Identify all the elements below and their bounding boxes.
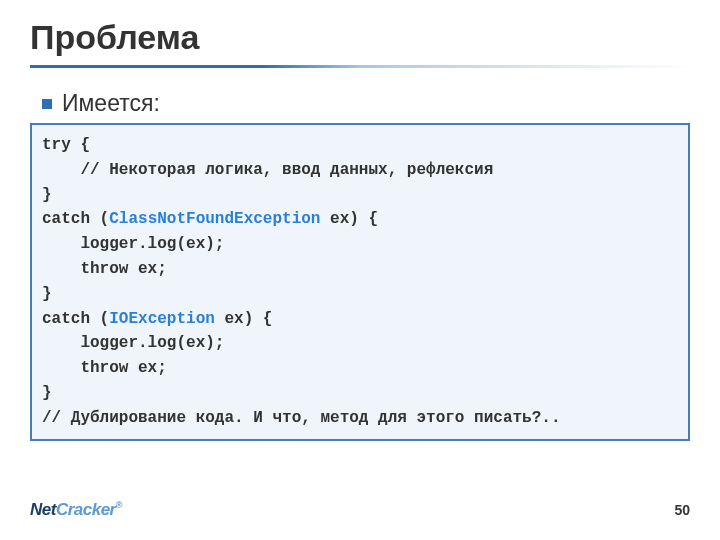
code-line: // Дублирование кода. И что, метод для э… (42, 409, 560, 427)
code-type: IOException (109, 310, 215, 328)
code-line: ex) { (320, 210, 378, 228)
bullet-icon (42, 99, 52, 109)
slide: Проблема Имеется: try { // Некоторая лог… (0, 0, 720, 540)
code-line: // Некоторая логика, ввод данных, рефлек… (42, 161, 493, 179)
code-block: try { // Некоторая логика, ввод данных, … (30, 123, 690, 441)
code-line: throw ex; (42, 359, 167, 377)
code-line: logger.log(ex); (42, 334, 224, 352)
code-line: } (42, 186, 52, 204)
divider (30, 65, 695, 68)
code-line: catch ( (42, 310, 109, 328)
code-type: ClassNotFoundException (109, 210, 320, 228)
logo: NetCracker® (30, 500, 122, 520)
code-line: throw ex; (42, 260, 167, 278)
code-line: } (42, 285, 52, 303)
code-line: ex) { (215, 310, 273, 328)
logo-net: Net (30, 500, 56, 519)
footer: NetCracker® 50 (30, 500, 690, 520)
code-line: try { (42, 136, 90, 154)
bullet-text: Имеется: (62, 90, 160, 117)
code-line: } (42, 384, 52, 402)
logo-reg: ® (116, 500, 122, 510)
logo-cracker: Cracker (56, 500, 116, 519)
code-line: logger.log(ex); (42, 235, 224, 253)
page-number: 50 (674, 502, 690, 518)
code-line: catch ( (42, 210, 109, 228)
slide-title: Проблема (30, 18, 690, 57)
bullet-line: Имеется: (42, 90, 690, 117)
